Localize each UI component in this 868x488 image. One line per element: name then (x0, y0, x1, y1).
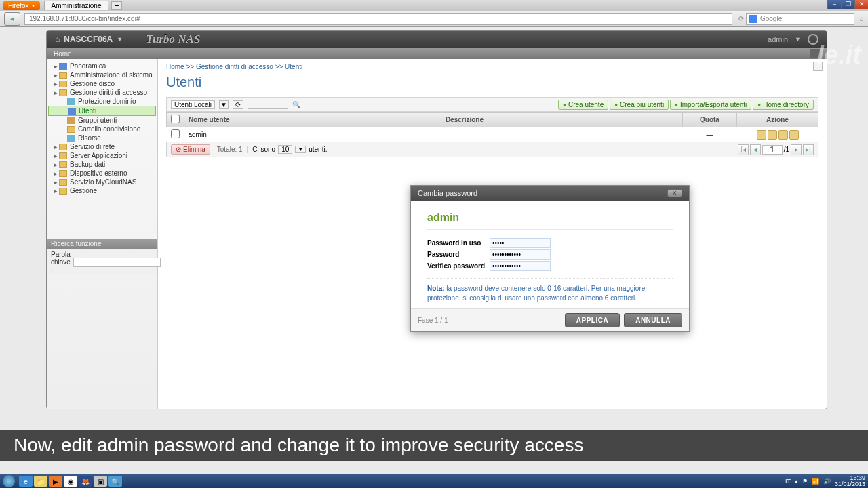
create-user-button[interactable]: Crea utente (558, 100, 608, 110)
search-icon[interactable]: 🔍 (292, 101, 300, 108)
sidebar-item-label: Gestione (70, 187, 97, 195)
sidebar-item-server-applicazioni[interactable]: ▸Server Applicazioni (48, 151, 156, 160)
sidebar: ▸Panoramica▸Amministrazione di sistema▸G… (47, 59, 158, 409)
sidebar-item-gestione-diritti-di-accesso[interactable]: ▸Gestione diritti di accesso (48, 88, 156, 97)
page-first-button[interactable]: I◂ (738, 144, 749, 155)
sidebar-item-backup-dati[interactable]: ▸Backup dati (48, 160, 156, 169)
apply-button[interactable]: APPLICA (565, 313, 620, 327)
keyword-input[interactable] (73, 258, 161, 267)
chevron-down-icon[interactable]: ▼ (117, 36, 123, 43)
col-quota[interactable]: Quota (683, 113, 737, 127)
modal-title: Cambia password (418, 189, 477, 197)
sidebar-item-cartella-condivisione[interactable]: Cartella condivisione (48, 125, 156, 134)
breadcrumb: Home >> Gestione diritti di accesso >> U… (166, 63, 818, 70)
url-field[interactable]: 192.168.0.71:8080/cgi-bin/index.cgi# (24, 13, 732, 25)
source-dropdown-icon[interactable]: ▼ (219, 100, 229, 109)
sidebar-item-protezione-dominio[interactable]: Protezione dominio (48, 97, 156, 106)
old-password-input[interactable] (490, 238, 551, 248)
tray-volume-icon[interactable]: 🔊 (823, 478, 831, 485)
shield-icon (67, 135, 75, 142)
create-multi-users-button[interactable]: Crea più utenti (610, 100, 669, 110)
col-name[interactable]: Nome utente (184, 113, 441, 127)
current-user[interactable]: admin (768, 35, 788, 43)
folder-icon (59, 81, 67, 87)
sidebar-item-servizio-di-rete[interactable]: ▸Servizio di rete (48, 142, 156, 151)
reload-icon[interactable]: ⟳ (736, 15, 746, 22)
tray-up-icon[interactable]: ▴ (795, 478, 798, 485)
minimize-button[interactable]: – (827, 0, 841, 9)
sidebar-item-gestione-disco[interactable]: ▸Gestione disco (48, 79, 156, 88)
folder-icon (59, 89, 67, 96)
import-export-button[interactable]: Importa/Esporta utenti (670, 100, 751, 110)
sidebar-item-panoramica[interactable]: ▸Panoramica (48, 62, 156, 70)
table-footer: Elimina Totale: 1 | Ci sono 10 ▼ utenti.… (166, 142, 818, 157)
explorer-icon[interactable]: 📁 (34, 476, 47, 487)
sidebar-item-gruppi-utenti[interactable]: Gruppi utenti (48, 116, 156, 125)
app-icon[interactable]: ▣ (94, 476, 107, 487)
tray-network-icon[interactable]: 📶 (812, 478, 819, 485)
edit-password-icon[interactable] (757, 130, 766, 140)
user-source-select[interactable]: Utenti Locali (171, 100, 215, 109)
lang-indicator[interactable]: IT (785, 478, 791, 485)
maximize-button[interactable]: ❐ (841, 0, 854, 9)
watermark: le.it (817, 41, 861, 70)
sub-home[interactable]: Home (54, 50, 72, 58)
page-prev-button[interactable]: ◂ (750, 144, 761, 155)
page-input[interactable] (762, 145, 783, 155)
users-toolbar: Utenti Locali ▼ ⟳ 🔍 Crea utente Crea più… (166, 97, 818, 112)
home-icon[interactable]: ⌂ (860, 15, 864, 22)
user-groups-icon[interactable] (778, 130, 788, 140)
per-page-select[interactable]: 10 (278, 145, 292, 154)
sidebar-item-risorse[interactable]: Risorse (48, 134, 156, 142)
col-action[interactable]: Azione (737, 113, 818, 127)
cancel-button[interactable]: ANNULLA (624, 313, 682, 327)
firefox-icon[interactable]: 🦊 (79, 476, 92, 487)
per-dropdown-icon[interactable]: ▼ (295, 146, 306, 153)
delete-button[interactable]: Elimina (171, 144, 210, 155)
verify-password-input[interactable] (490, 261, 551, 271)
clock[interactable]: 15:39 31/01/2013 (835, 475, 865, 487)
sidebar-item-label: Server Applicazioni (70, 152, 127, 159)
people-icon (67, 117, 75, 124)
col-desc[interactable]: Descrizione (441, 113, 682, 127)
modal-close-button[interactable]: ✕ (667, 189, 682, 197)
search-placeholder: Google (760, 15, 782, 22)
new-tab-button[interactable]: + (111, 1, 122, 10)
magnifier-icon[interactable]: 🔍 (108, 476, 122, 487)
main-panel: Home >> Gestione diritti di accesso >> U… (158, 59, 827, 409)
ie-icon[interactable]: e (19, 476, 33, 487)
home-icon[interactable]: ⌂ (55, 35, 60, 44)
action-icons (741, 130, 814, 140)
firefox-menu-button[interactable]: Firefox (3, 1, 40, 10)
back-button[interactable]: ◄ (4, 12, 20, 26)
row-checkbox[interactable] (171, 129, 180, 138)
new-password-input[interactable] (490, 249, 551, 260)
modal-header[interactable]: Cambia password ✕ (411, 186, 689, 201)
browser-search[interactable]: Google (746, 13, 854, 25)
close-button[interactable]: ✕ (854, 0, 868, 9)
password-note: Nota: la password deve contenere solo 0-… (427, 278, 673, 303)
browser-tab[interactable]: Amministrazione (44, 1, 109, 10)
host-name: NASCCF06A (64, 35, 113, 44)
media-icon[interactable]: ▶ (49, 476, 62, 487)
home-directory-button[interactable]: Home directory (753, 100, 814, 110)
user-search-input[interactable] (248, 100, 288, 109)
chrome-icon[interactable]: ◉ (64, 476, 77, 487)
sidebar-item-label: Servizio MyCloudNAS (70, 178, 136, 186)
edit-user-icon[interactable] (768, 130, 777, 140)
sidebar-item-amministrazione-di-sistema[interactable]: ▸Amministrazione di sistema (48, 70, 156, 79)
refresh-icon[interactable]: ⟳ (233, 100, 243, 109)
sidebar-item-utenti[interactable]: Utenti (48, 106, 156, 116)
page-next-button[interactable]: ▸ (791, 144, 802, 155)
select-all-checkbox[interactable] (171, 115, 180, 123)
sidebar-item-servizio-mycloudnas[interactable]: ▸Servizio MyCloudNAS (48, 178, 156, 186)
chevron-down-icon[interactable]: ▼ (795, 36, 801, 43)
sidebar-item-gestione[interactable]: ▸Gestione (48, 186, 156, 195)
sidebar-item-dispositivo-esterno[interactable]: ▸Dispositivo esterno (48, 169, 156, 178)
cell-quota: — (683, 127, 737, 142)
tray-flag-icon[interactable]: ⚑ (802, 478, 808, 485)
page-last-button[interactable]: ▸I (803, 144, 814, 155)
start-button[interactable] (3, 475, 15, 487)
table-row[interactable]: admin — (167, 127, 818, 142)
user-folders-icon[interactable] (789, 130, 799, 140)
